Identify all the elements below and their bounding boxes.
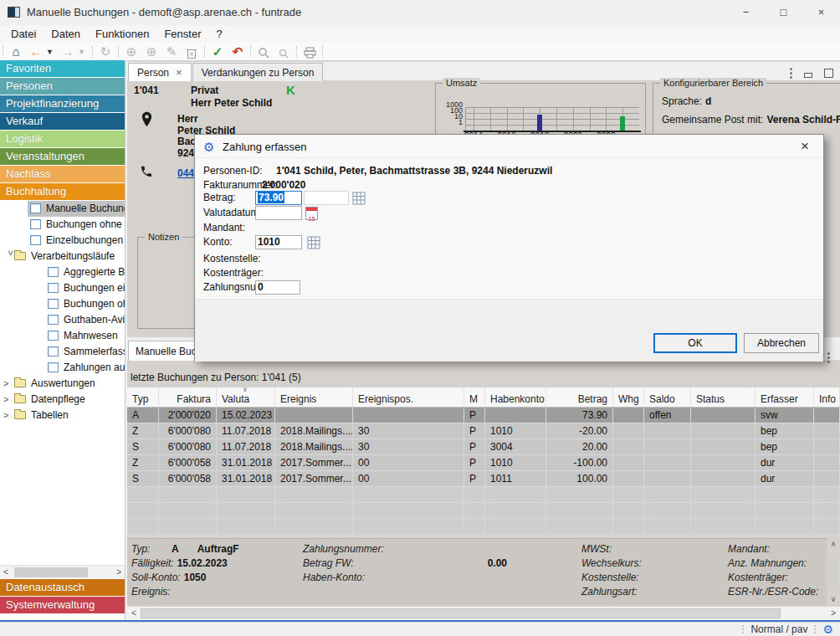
sidebar-horizontal-scrollbar[interactable]: < > <box>0 565 125 578</box>
mdi-minimize-icon[interactable] <box>804 73 812 78</box>
scroll-left-icon[interactable]: < <box>3 567 8 577</box>
mdi-maximize-icon[interactable] <box>824 69 833 78</box>
tree-item-sammelerfassung-s[interactable]: Sammelerfassung S <box>0 344 125 360</box>
tree-item-mahnwesen[interactable]: Mahnwesen <box>0 328 125 344</box>
scroll-down-icon[interactable]: ∨ <box>827 595 840 603</box>
column-header-info[interactable]: Info <box>814 387 840 407</box>
scroll-up-icon[interactable]: ∧ <box>827 540 840 548</box>
valutadatum-input[interactable] <box>255 206 302 220</box>
search-small-icon[interactable] <box>274 45 294 59</box>
refresh-button[interactable]: ↻ <box>95 44 115 60</box>
lookup-grid-icon[interactable] <box>352 192 366 205</box>
column-header-faktura[interactable]: Faktura <box>159 387 217 407</box>
forward-button[interactable]: → <box>58 44 78 60</box>
column-header-saldo[interactable]: Saldo <box>644 387 691 407</box>
close-button[interactable]: × <box>802 0 840 25</box>
confirm-button[interactable]: ✓ <box>207 44 228 60</box>
scrollbar-thumb[interactable] <box>828 553 838 585</box>
add-secondary-button[interactable]: ⊕ <box>141 44 161 60</box>
table-row[interactable]: Z6'000'08011.07.20182018.Mailings....30P… <box>127 423 840 439</box>
zahlungsnummer-input[interactable]: 0 <box>255 280 300 295</box>
sidebar-section-personen[interactable]: Personen <box>0 78 125 95</box>
sidebar-section-logistik[interactable]: Logistik <box>0 131 125 147</box>
scrollbar-thumb[interactable] <box>14 567 88 577</box>
menu-item-datei[interactable]: Datei <box>3 25 44 43</box>
tree-item-guthaben-avisieru[interactable]: Guthaben-Avisieru <box>0 312 125 328</box>
tree-item-zahlungen-automat[interactable]: Zahlungen automat <box>0 360 125 376</box>
tree-item-einzelbuchungen[interactable]: Einzelbuchungen <box>0 233 125 249</box>
dialog-close-icon[interactable]: × <box>796 138 813 155</box>
dialog-row-mandant: Mandant: <box>203 221 814 236</box>
close-icon[interactable]: × <box>176 66 182 79</box>
column-header-ereignis[interactable]: Ereignis <box>275 387 353 407</box>
back-dropdown-icon[interactable]: ▼ <box>46 48 58 56</box>
settings-gear-icon[interactable]: ⚙ <box>822 623 833 635</box>
tab-menu-icon[interactable] <box>790 66 792 80</box>
sidebar-section-verkauf[interactable]: Verkauf <box>0 113 125 130</box>
chevron-right-icon[interactable]: > <box>3 392 12 408</box>
scrollbar-thumb[interactable] <box>141 608 781 618</box>
column-header-habenkonto[interactable]: Habenkonto <box>485 387 546 407</box>
sidebar-section-datenaustausch[interactable]: Datenaustausch <box>0 579 125 596</box>
menu-item-daten[interactable]: Daten <box>44 25 88 43</box>
column-header-status[interactable]: Status <box>691 387 755 407</box>
sidebar-section-buchhaltung[interactable]: Buchhaltung <box>0 183 125 200</box>
tree-item-buchungen-ohne-r[interactable]: Buchungen ohne R <box>0 296 125 312</box>
column-header-m[interactable]: M <box>464 387 485 407</box>
bottom-horizontal-scrollbar[interactable]: < > <box>127 607 840 620</box>
phone-number-link[interactable]: 044 <box>177 167 194 179</box>
menu-item-fenster[interactable]: Fenster <box>156 25 208 43</box>
add-button[interactable]: ⊕ <box>121 44 141 60</box>
search-button[interactable] <box>254 44 274 59</box>
back-button[interactable]: ← <box>26 44 46 60</box>
table-row[interactable]: S6'000'05831.01.20182017.Sommer...00P101… <box>127 471 840 487</box>
sidebar-section-systemverwaltung[interactable]: Systemverwaltung <box>0 597 125 613</box>
tab-verdankungen-zu-person[interactable]: Verdankungen zu Person <box>192 63 324 81</box>
home-button[interactable]: ⌂ <box>6 44 26 60</box>
table-row[interactable]: Z6'000'05831.01.20182017.Sommer...00P101… <box>127 455 840 471</box>
column-header-betrag[interactable]: Betrag <box>546 387 613 407</box>
sidebar-section-favoriten[interactable]: Favoriten <box>0 60 125 77</box>
tree-item-auswertungen[interactable]: >Auswertungen <box>0 376 125 392</box>
scroll-right-icon[interactable]: > <box>831 608 836 618</box>
minimize-button[interactable]: − <box>727 0 765 25</box>
column-header-whg[interactable]: Whg <box>613 387 644 407</box>
tree-item-tabellen[interactable]: >Tabellen <box>0 408 125 423</box>
chevron-right-icon[interactable]: > <box>3 376 12 392</box>
column-header-erfasser[interactable]: Erfasser <box>755 387 814 407</box>
tree-item-aggregierte-buchu[interactable]: Aggregierte Buchu <box>0 264 125 280</box>
cancel-button[interactable]: Abbrechen <box>744 333 819 353</box>
column-header-ereignispos[interactable]: Ereignispos. <box>353 387 464 407</box>
sidebar-section-nachlass[interactable]: Nachlass <box>0 166 125 182</box>
table-row[interactable]: A2'000'02015.02.2023P73.90offensvw <box>127 408 840 423</box>
column-header-valuta[interactable]: Valuta∨ <box>217 387 275 407</box>
table-row[interactable]: S6'000'08011.07.20182018.Mailings....30P… <box>127 439 840 455</box>
betrag-input[interactable]: 73.90 <box>255 191 302 205</box>
tree-item-buchungen-ohne-refe[interactable]: Buchungen ohne Refe <box>0 217 125 233</box>
konto-input[interactable]: 1010 <box>255 235 302 249</box>
print-button[interactable] <box>300 44 320 59</box>
maximize-button[interactable]: □ <box>765 0 802 25</box>
delete-button[interactable] <box>182 44 202 59</box>
calendar-icon[interactable]: 15 <box>305 207 318 220</box>
column-header-typ[interactable]: Typ <box>127 387 159 407</box>
sidebar-section-projektfinanzierung[interactable]: Projektfinanzierung <box>0 95 125 112</box>
ok-button[interactable]: OK <box>653 333 737 353</box>
sidebar-section-veranstaltungen[interactable]: Veranstaltungen <box>0 148 125 165</box>
chevron-right-icon[interactable]: > <box>3 408 12 423</box>
undo-button[interactable]: ↶ <box>228 44 248 60</box>
lookup-grid-icon[interactable] <box>307 236 320 249</box>
tree-item-manuelle-buchungen[interactable]: Manuelle Buchungen <box>0 201 125 217</box>
tab-person[interactable]: Person× <box>128 63 192 81</box>
menu-item-[interactable]: ? <box>208 25 229 43</box>
scroll-right-icon[interactable]: > <box>116 567 121 577</box>
tree-item-buchungen-einlese[interactable]: Buchungen einlese <box>0 280 125 296</box>
amount-fw-field[interactable] <box>304 191 349 205</box>
tree-item-verarbeitungsläufe[interactable]: >Verarbeitungsläufe <box>0 249 125 264</box>
menu-item-funktionen[interactable]: Funktionen <box>88 25 156 43</box>
detail-vertical-scrollbar[interactable]: ∧ ∨ <box>827 538 840 605</box>
scroll-left-icon[interactable]: < <box>131 608 136 618</box>
edit-button[interactable]: ✎ <box>161 44 182 60</box>
forward-dropdown-icon[interactable]: ▼ <box>78 48 90 56</box>
tree-item-datenpflege[interactable]: >Datenpflege <box>0 392 125 408</box>
